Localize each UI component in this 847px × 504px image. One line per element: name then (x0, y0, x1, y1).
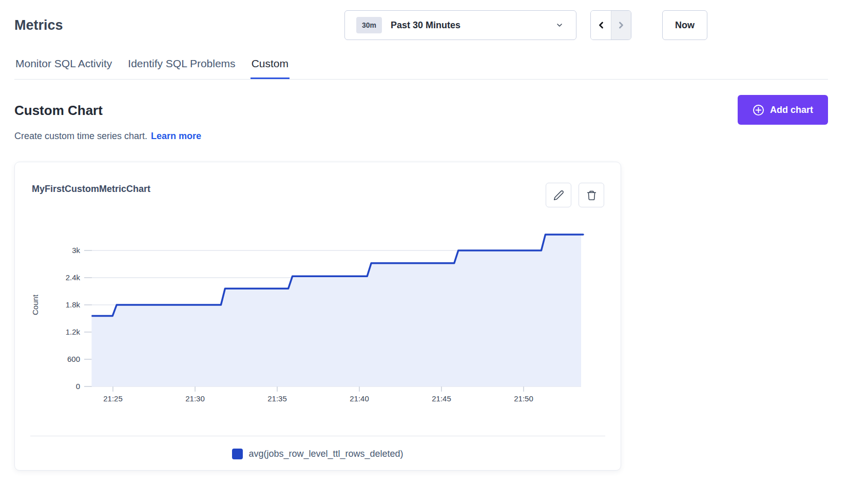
legend-swatch (232, 449, 243, 459)
add-chart-label: Add chart (770, 105, 813, 115)
metrics-page: Metrics 30m Past 30 Minutes Now Monitor … (0, 0, 847, 504)
time-range-label: Past 30 Minutes (391, 20, 460, 31)
svg-text:600: 600 (67, 355, 80, 363)
card-divider (30, 436, 605, 436)
svg-text:21:45: 21:45 (432, 394, 451, 403)
svg-text:2.4k: 2.4k (66, 273, 81, 282)
metric-chart-svg: 06001.2k1.8k2.4k3k21:2521:3021:3521:4021… (25, 219, 592, 406)
svg-text:1.2k: 1.2k (66, 327, 81, 336)
time-range-select[interactable]: 30m Past 30 Minutes (344, 10, 576, 40)
svg-text:21:25: 21:25 (103, 394, 123, 403)
learn-more-link[interactable]: Learn more (151, 131, 201, 141)
svg-text:21:35: 21:35 (267, 394, 287, 403)
chart-card: MyFirstCustomMetricChart 06001.2k1.8k2.4… (14, 162, 621, 471)
section-title: Custom Chart (14, 103, 103, 119)
next-range-button[interactable] (611, 11, 631, 40)
svg-text:21:50: 21:50 (514, 394, 533, 403)
svg-text:21:30: 21:30 (185, 394, 205, 403)
tab-bar: Monitor SQL Activity Identify SQL Proble… (14, 57, 290, 80)
svg-text:1.8k: 1.8k (66, 300, 81, 309)
tab-custom[interactable]: Custom (251, 57, 290, 80)
pencil-icon (553, 190, 564, 201)
section-subtitle: Create custom time series chart.Learn mo… (14, 131, 201, 142)
chart-legend: avg(jobs_row_level_ttl_rows_deleted) (15, 449, 621, 459)
tab-monitor-sql-activity[interactable]: Monitor SQL Activity (14, 57, 113, 80)
now-button[interactable]: Now (662, 10, 707, 40)
svg-text:21:40: 21:40 (350, 394, 369, 403)
chevron-left-icon (596, 20, 606, 30)
tab-bar-divider (14, 79, 828, 80)
metric-chart[interactable]: 06001.2k1.8k2.4k3k21:2521:3021:3521:4021… (25, 219, 592, 406)
plus-circle-icon (753, 104, 764, 116)
svg-text:0: 0 (76, 382, 80, 391)
chart-card-title: MyFirstCustomMetricChart (32, 184, 150, 195)
add-chart-button[interactable]: Add chart (738, 95, 828, 125)
time-range-arrows (590, 10, 631, 40)
tab-identify-sql-problems[interactable]: Identify SQL Problems (127, 57, 236, 80)
section-subtitle-text: Create custom time series chart. (14, 131, 147, 141)
chevron-down-icon (555, 21, 564, 29)
chevron-right-icon (616, 20, 626, 30)
edit-chart-button[interactable] (546, 183, 571, 207)
delete-chart-button[interactable] (579, 183, 604, 207)
trash-icon (586, 190, 597, 201)
svg-text:3k: 3k (72, 246, 80, 255)
legend-label: avg(jobs_row_level_ttl_rows_deleted) (248, 449, 403, 459)
svg-text:Count: Count (31, 294, 40, 315)
page-title: Metrics (14, 17, 63, 33)
time-range-badge: 30m (356, 17, 382, 33)
prev-range-button[interactable] (591, 11, 611, 40)
